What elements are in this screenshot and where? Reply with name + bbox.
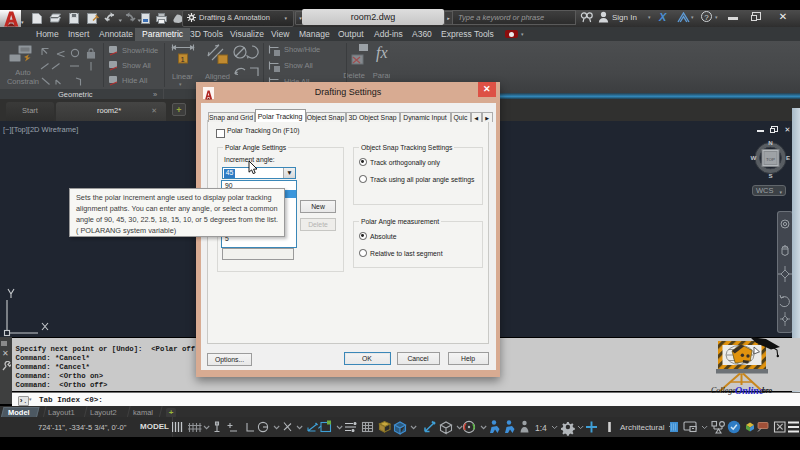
- svg-text:E: E: [786, 154, 790, 161]
- svg-text:S: S: [768, 172, 772, 179]
- svg-text:1: 1: [181, 55, 185, 64]
- svg-text:Architectural: Architectural: [620, 423, 665, 432]
- svg-text:.bro: .bro: [760, 386, 773, 395]
- svg-text:N: N: [768, 139, 773, 146]
- svg-text:1:4: 1:4: [535, 423, 547, 433]
- svg-text:TOP: TOP: [766, 157, 775, 162]
- svg-text:College: College: [711, 386, 736, 395]
- svg-text:W: W: [750, 154, 756, 161]
